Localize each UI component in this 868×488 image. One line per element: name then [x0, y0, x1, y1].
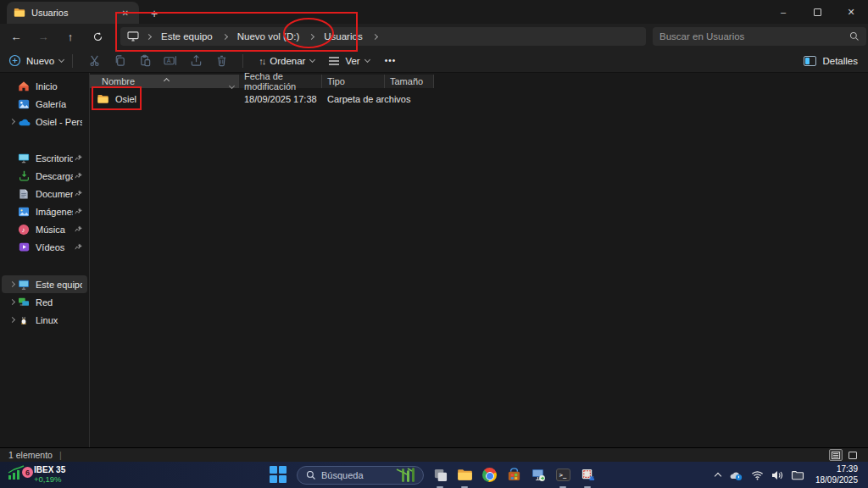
- toolbar-divider: [72, 54, 73, 68]
- large-icons-view-icon: [849, 452, 857, 459]
- search-highlight-bamboo-icon: [394, 467, 420, 484]
- cut-icon[interactable]: [81, 52, 107, 70]
- delete-icon[interactable]: [209, 52, 234, 70]
- pin-icon: [75, 154, 82, 162]
- taskbar-search-input[interactable]: [321, 470, 394, 480]
- rename-icon[interactable]: A: [158, 52, 183, 70]
- view-button-label: Ver: [345, 56, 359, 66]
- pin-icon: [75, 172, 82, 180]
- forward-button[interactable]: →: [32, 26, 54, 47]
- column-header-tipo[interactable]: Tipo: [322, 75, 385, 88]
- share-icon[interactable]: [183, 52, 209, 70]
- command-bar: Nuevo A ↑↓ Ordenar Ver: [0, 49, 868, 73]
- documents-icon: [17, 187, 31, 201]
- navigation-bar: ← → ↑ Este equipo Nuevo vol (D:) Usuario…: [0, 24, 868, 49]
- microsoft-store-icon[interactable]: [504, 466, 523, 485]
- pin-icon: [75, 243, 82, 251]
- folder-icon: [97, 93, 109, 105]
- column-header-nombre[interactable]: Nombre: [90, 75, 239, 88]
- explorer-search-input[interactable]: [659, 31, 849, 42]
- column-header-fecha[interactable]: Fecha de modificación: [239, 75, 322, 88]
- status-bar: 1 elemento |: [0, 447, 868, 462]
- sidebar-item-linux[interactable]: Linux: [2, 311, 87, 329]
- chrome-icon[interactable]: [480, 466, 498, 485]
- file-modified: 18/09/2025 17:38: [239, 94, 322, 104]
- new-button[interactable]: Nuevo: [8, 54, 64, 67]
- details-pane-button[interactable]: Detalles: [804, 56, 858, 66]
- volume-icon[interactable]: [771, 470, 783, 480]
- sidebar-item-descargas[interactable]: Descargas: [2, 167, 87, 185]
- sidebar-item-escritorio[interactable]: Escritorio: [2, 149, 87, 167]
- file-list-pane: Nombre Fecha de modificación Tipo Tamaño…: [90, 73, 868, 447]
- more-options-button[interactable]: •••: [385, 56, 397, 65]
- onedrive-tray-icon[interactable]: [728, 469, 743, 481]
- start-button[interactable]: [270, 466, 288, 485]
- sidebar-item-inicio[interactable]: Inicio: [2, 77, 87, 95]
- explorer-search-box[interactable]: [653, 27, 866, 46]
- sidebar-item-videos[interactable]: Vídeos: [2, 238, 87, 256]
- tray-time: 17:39: [815, 464, 858, 475]
- maximize-icon: [814, 8, 821, 16]
- copy-icon[interactable]: [107, 52, 132, 70]
- taskbar-apps: >_: [431, 466, 597, 485]
- task-view-icon[interactable]: [431, 466, 449, 485]
- back-button[interactable]: ←: [5, 26, 27, 47]
- new-button-label: Nuevo: [26, 56, 54, 66]
- breadcrumb-item-nuevo-vol[interactable]: Nuevo vol (D:): [235, 30, 303, 42]
- sidebar-item-imagenes[interactable]: Imágenes: [2, 202, 87, 220]
- tab-close-icon[interactable]: ✕: [119, 8, 132, 19]
- large-icons-view-button[interactable]: [846, 449, 860, 461]
- breadcrumb-item-este-equipo[interactable]: Este equipo: [159, 30, 215, 42]
- sidebar-item-onedrive[interactable]: Osiel - Personal: [2, 113, 87, 130]
- sort-arrows-icon: ↑↓: [259, 56, 264, 66]
- address-bar[interactable]: Este equipo Nuevo vol (D:) Usuarios: [120, 27, 646, 46]
- refresh-button[interactable]: [86, 26, 108, 47]
- remote-viewer-icon[interactable]: [578, 466, 597, 485]
- explorer-tab-usuarios[interactable]: Usuarios ✕: [7, 2, 139, 24]
- minimize-button[interactable]: –: [766, 0, 800, 24]
- pin-icon: [75, 190, 82, 197]
- tray-date: 18/09/2025: [815, 475, 858, 486]
- view-button[interactable]: Ver: [328, 56, 369, 66]
- column-filter-chevron-icon[interactable]: [230, 80, 234, 90]
- widgets-button[interactable]: 6 IBEX 35 +0,19%: [7, 465, 134, 484]
- details-view-button[interactable]: [829, 449, 843, 461]
- paste-icon[interactable]: [132, 52, 158, 70]
- terminal-icon[interactable]: >_: [554, 466, 572, 485]
- sort-ascending-icon: [164, 75, 169, 85]
- stocks-chart-icon: 6: [7, 465, 29, 484]
- explorer-titlebar: Usuarios ✕ + – ✕: [0, 0, 868, 24]
- toolbar-divider: [242, 54, 243, 68]
- file-type: Carpeta de archivos: [322, 94, 424, 104]
- this-pc-icon: [17, 278, 31, 291]
- file-explorer-icon[interactable]: [455, 466, 474, 485]
- network-icon: [17, 296, 31, 309]
- tray-folder-icon[interactable]: [791, 470, 804, 480]
- file-row-osiel[interactable]: Osiel 18/09/2025 17:38 Carpeta de archiv…: [90, 90, 868, 108]
- wifi-icon[interactable]: [751, 470, 764, 480]
- hidden-icons-chevron-icon[interactable]: [715, 473, 721, 480]
- breadcrumb-item-usuarios[interactable]: Usuarios: [321, 30, 364, 42]
- plus-circle-icon: [8, 54, 21, 67]
- sidebar-item-red[interactable]: Red: [2, 293, 87, 311]
- explorer-body: Inicio Galería Osiel - Personal: [0, 73, 868, 447]
- system-tray: 17:39 18/09/2025: [715, 464, 863, 485]
- sort-button[interactable]: ↑↓ Ordenar: [259, 56, 314, 66]
- sidebar-item-este-equipo[interactable]: Este equipo: [2, 275, 87, 293]
- sidebar: Inicio Galería Osiel - Personal: [0, 73, 90, 447]
- close-button[interactable]: ✕: [834, 0, 868, 24]
- svg-text:A: A: [167, 58, 171, 64]
- maximize-button[interactable]: [800, 0, 834, 24]
- sidebar-item-galeria[interactable]: Galería: [2, 95, 87, 113]
- breadcrumb-separator-icon: [222, 33, 228, 39]
- taskbar-clock[interactable]: 17:39 18/09/2025: [815, 464, 858, 485]
- new-tab-button[interactable]: +: [151, 7, 158, 20]
- linux-icon: [17, 313, 31, 327]
- sidebar-item-musica[interactable]: ♪ Música: [2, 220, 87, 238]
- up-button[interactable]: ↑: [59, 26, 81, 47]
- sidebar-item-documentos[interactable]: Documentos: [2, 185, 87, 202]
- remote-pc-icon[interactable]: [529, 466, 548, 485]
- column-header-tamano[interactable]: Tamaño: [385, 75, 434, 88]
- taskbar-search-box[interactable]: [297, 466, 424, 485]
- view-lines-icon: [328, 56, 340, 66]
